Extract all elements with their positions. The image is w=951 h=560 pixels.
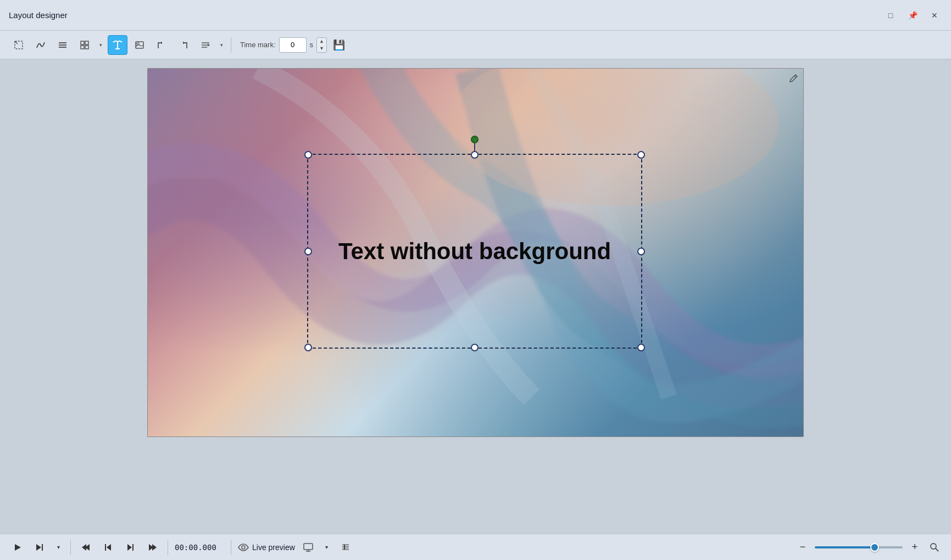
preview-monitor-button[interactable] xyxy=(299,539,317,556)
canvas-container[interactable]: Text without background xyxy=(147,68,804,437)
fast-forward-icon xyxy=(148,544,157,551)
svg-marker-23 xyxy=(36,544,41,551)
grid-dropdown-button[interactable]: ▾ xyxy=(96,35,105,55)
canvas-wrapper: Text without background xyxy=(9,68,942,525)
time-mark-group: Time mark: s ▲ ▼ xyxy=(240,37,327,53)
grid-tool-button[interactable] xyxy=(75,35,94,55)
rewind-icon xyxy=(82,544,91,551)
align-icon xyxy=(58,40,68,50)
play-icon xyxy=(14,544,21,551)
text-tool-button[interactable] xyxy=(108,35,127,55)
canvas-waves-svg xyxy=(148,69,803,436)
path2-tool-button[interactable] xyxy=(174,35,193,55)
svg-rect-6 xyxy=(85,41,88,44)
svg-point-42 xyxy=(931,544,936,549)
svg-marker-29 xyxy=(127,544,132,551)
step-back-icon xyxy=(104,544,112,551)
canvas-edit-icon[interactable] xyxy=(788,73,799,87)
step-forward-icon xyxy=(126,544,134,551)
save-button[interactable]: 💾 xyxy=(329,35,349,55)
svg-marker-27 xyxy=(107,544,111,551)
pointer-tool-button[interactable] xyxy=(9,35,29,55)
title-bar: Layout designer □ 📌 ✕ xyxy=(0,0,951,31)
play-from-button[interactable] xyxy=(31,539,48,556)
svg-marker-22 xyxy=(15,544,21,551)
list-dropdown-button[interactable]: ▾ xyxy=(216,35,226,55)
svg-rect-34 xyxy=(304,544,313,550)
transport-sep-1 xyxy=(70,540,71,555)
maximize-button[interactable]: □ xyxy=(883,8,898,23)
timeline-button[interactable] xyxy=(337,539,354,556)
transport-sep-3 xyxy=(231,540,231,555)
zoom-search-icon xyxy=(930,542,939,552)
list-icon xyxy=(201,40,210,50)
step-forward-button[interactable] xyxy=(121,539,139,556)
svg-marker-26 xyxy=(82,544,86,551)
main-area: Text without background xyxy=(0,59,951,534)
play-from-icon xyxy=(35,544,44,551)
time-mark-up[interactable]: ▲ xyxy=(317,38,326,45)
list-tool-group: ▾ xyxy=(196,35,226,55)
svg-point-33 xyxy=(242,546,245,549)
text-icon xyxy=(112,39,124,51)
close-button[interactable]: ✕ xyxy=(927,8,942,23)
preview-dropdown-button[interactable]: ▾ xyxy=(321,539,332,556)
time-mark-down[interactable]: ▼ xyxy=(317,45,326,52)
svg-line-21 xyxy=(794,76,796,77)
path1-tool-button[interactable] xyxy=(152,35,171,55)
monitor-icon xyxy=(303,543,313,552)
timecode-display: 00:00.000 xyxy=(175,543,224,552)
svg-line-13 xyxy=(138,44,141,46)
step-back-button[interactable] xyxy=(99,539,117,556)
play-button[interactable] xyxy=(9,539,26,556)
timeline-icon xyxy=(341,543,350,552)
play-dropdown-button[interactable]: ▾ xyxy=(53,539,64,556)
svg-line-43 xyxy=(936,548,938,551)
svg-rect-7 xyxy=(81,46,84,49)
toolbar: ▾ xyxy=(0,31,951,59)
title-bar-controls: □ 📌 ✕ xyxy=(883,8,942,23)
eye-icon xyxy=(238,543,249,552)
image-icon xyxy=(135,40,144,50)
time-mark-spinner: ▲ ▼ xyxy=(316,37,327,53)
live-preview-group: Live preview xyxy=(238,543,295,552)
zoom-fit-button[interactable] xyxy=(927,540,942,555)
path1-icon xyxy=(157,40,166,50)
time-mark-label: Time mark: xyxy=(240,41,276,49)
zoom-out-button[interactable]: − xyxy=(795,540,810,555)
title-bar-left: Layout designer xyxy=(9,10,68,20)
align-tool-button[interactable] xyxy=(53,35,73,55)
transport-bar: ▾ 00:00.000 xyxy=(0,534,951,560)
curve-tool-button[interactable] xyxy=(31,35,51,55)
save-icon: 💾 xyxy=(333,39,345,51)
curve-icon xyxy=(36,40,46,50)
toolbar-separator-1 xyxy=(231,37,231,53)
svg-rect-5 xyxy=(81,41,84,44)
time-unit-label: s xyxy=(310,41,314,49)
app-title: Layout designer xyxy=(9,10,68,20)
zoom-in-button[interactable]: + xyxy=(907,540,922,555)
svg-marker-32 xyxy=(152,544,157,551)
grid-tool-group: ▾ xyxy=(75,35,105,55)
time-mark-input[interactable] xyxy=(279,37,307,53)
grid-icon xyxy=(80,40,90,50)
zoom-controls: − + xyxy=(795,540,942,555)
list-tool-button[interactable] xyxy=(196,35,215,55)
zoom-slider[interactable] xyxy=(815,546,903,548)
path2-icon xyxy=(179,40,188,50)
pin-button[interactable]: 📌 xyxy=(905,8,920,23)
image-tool-button[interactable] xyxy=(130,35,149,55)
fast-forward-button[interactable] xyxy=(143,539,161,556)
svg-rect-8 xyxy=(85,46,88,49)
rewind-button[interactable] xyxy=(77,539,95,556)
pointer-icon xyxy=(14,40,24,50)
transport-sep-2 xyxy=(168,540,168,555)
live-preview-label: Live preview xyxy=(252,543,295,552)
